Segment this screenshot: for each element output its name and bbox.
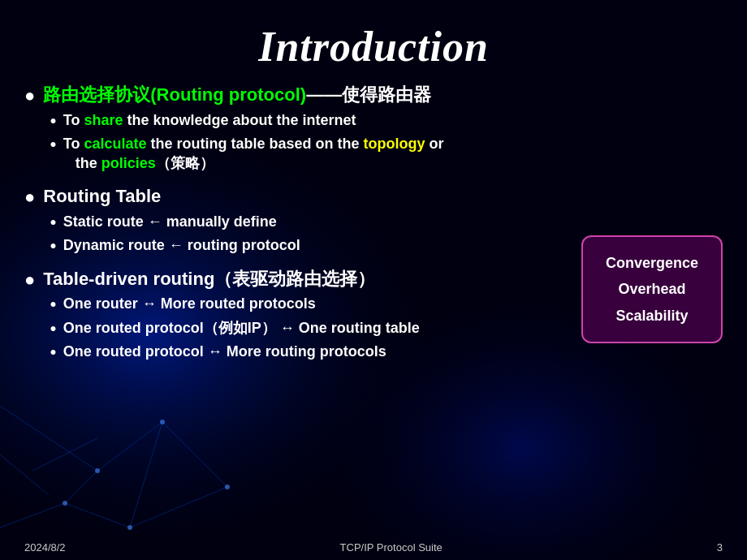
bullet-dot-2: ● [24,187,35,208]
convergence-label: Convergence [606,250,698,276]
bullet-item-1: ● 路由选择协议(Routing protocol)——使得路由器 ● To s… [24,84,723,177]
sub-item-1-2: ● To calculate the routing table based o… [50,134,443,174]
sub-text-3-2: One routed protocol（例如IP） ↔ One routing … [63,318,420,338]
bullet-text-3: Table-driven routing（表驱动路由选择） [43,269,375,289]
sub-text-2-1: Static route ← manually define [63,212,277,231]
sub-text-1-2: To calculate the routing table based on … [63,134,444,174]
convergence-box: Convergence Overhead Scalability [581,235,723,343]
sub-item-3-2: ● One routed protocol（例如IP） ↔ One routin… [50,318,419,338]
bullet-dot-3: ● [24,269,35,291]
svg-point-14 [160,420,165,424]
footer-page: 3 [717,541,723,554]
sub-item-3-1: ● One router ↔ More routed protocols [50,294,419,313]
bullet-content-1: 路由选择协议(Routing protocol)——使得路由器 ● To sha… [43,84,443,177]
sub-item-3-3: ● One routed protocol ↔ More routing pro… [50,342,419,361]
bullet-dot-1: ● [24,85,35,106]
sub-dot-3-2: ● [50,321,56,334]
slide-title: Introduction [24,8,723,84]
sub-list-3: ● One router ↔ More routed protocols ● O… [43,294,419,361]
footer-title: TCP/IP Protocol Suite [340,541,443,554]
sub-dot-1-1: ● [50,114,56,127]
bullet-1-green: 路由选择协议(Routing protocol) [43,84,306,105]
svg-point-17 [63,501,67,506]
sub-list-1: ● To share the knowledge about the inter… [43,110,443,174]
sub-text-2-2: Dynamic route ← routing protocol [63,235,300,255]
sub-dot-2-1: ● [50,215,56,228]
sub-text-3-1: One router ↔ More routed protocols [63,294,316,313]
svg-point-16 [127,525,132,530]
bullet-text-1: 路由选择协议(Routing protocol)——使得路由器 [43,84,431,105]
sub-text-3-3: One routed protocol ↔ More routing proto… [63,342,386,361]
sub-item-2-1: ● Static route ← manually define [50,212,723,231]
sub-item-1-1: ● To share the knowledge about the inter… [50,110,443,130]
slide: Introduction ● 路由选择协议(Routing protocol)—… [0,0,747,560]
footer-date: 2024/8/2 [24,541,66,554]
bullet-1-white: ——使得路由器 [306,84,431,105]
svg-point-13 [95,468,100,473]
sub-dot-2-2: ● [50,239,56,252]
sub-text-1-1: To share the knowledge about the interne… [63,110,356,130]
svg-point-15 [225,485,230,489]
sub-dot-3-3: ● [50,345,56,358]
sub-dot-3-1: ● [50,297,56,310]
sub-dot-1-2: ● [50,137,56,150]
bullet-content-3: Table-driven routing（表驱动路由选择） ● One rout… [43,268,419,365]
slide-footer: 2024/8/2 TCP/IP Protocol Suite 3 [0,541,747,554]
bullet-text-2: Routing Table [43,186,161,206]
scalability-label: Scalability [606,303,698,329]
overhead-label: Overhead [606,276,698,302]
